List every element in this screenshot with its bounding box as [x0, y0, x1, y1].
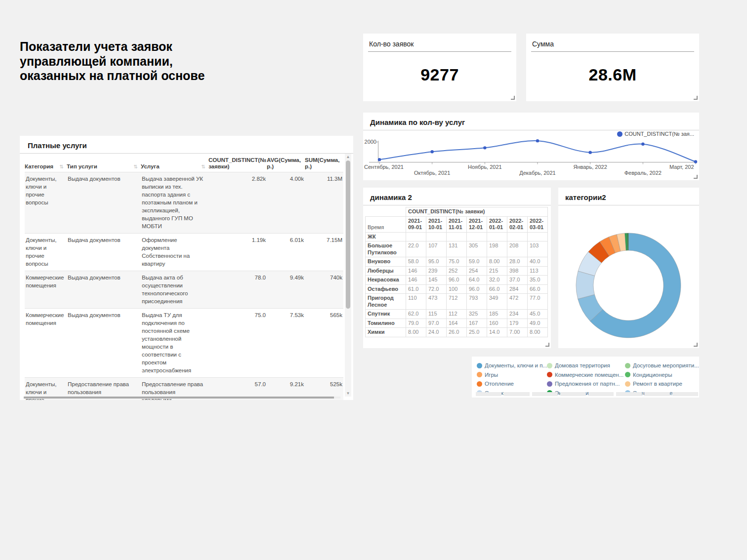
horizontal-scrollbar[interactable] [24, 397, 340, 399]
scrollbar-thumb[interactable] [24, 397, 334, 399]
pivot-cell: 179 [507, 319, 528, 328]
pivot-cell: 305 [467, 241, 487, 257]
pivot-cell: 398 [507, 266, 528, 276]
pivot-row-label: Пригород Лесное [366, 294, 406, 310]
pivot-cell: 712 [447, 294, 467, 310]
resize-handle-icon[interactable] [694, 96, 698, 100]
legend-item-label: Документы, ключи и п... [485, 362, 547, 368]
column-header-1[interactable]: Категория⇅ [25, 163, 67, 172]
category-legend: Документы, ключи и п...ИгрыОтоплениеСант… [472, 357, 699, 398]
pivot-cell: 45.0 [528, 310, 548, 319]
data-point[interactable] [641, 143, 644, 146]
data-point[interactable] [483, 146, 486, 149]
legend-item[interactable]: Коммерческие помещен... [547, 370, 625, 380]
data-point[interactable] [378, 158, 381, 161]
resize-handle-icon[interactable] [694, 175, 698, 179]
kpi-card-requests: Кол-во заявок 9277 [363, 34, 516, 101]
legend-item[interactable]: Документы, ключи и п... [477, 361, 547, 370]
legend-item[interactable]: Досуговые мероприяти... [625, 361, 699, 370]
sort-icon[interactable]: ⇅ [202, 163, 206, 170]
data-point[interactable] [694, 160, 697, 163]
x-axis-label: Ноябрь, 2021 [468, 164, 502, 170]
column-header-3[interactable]: Услуга⇅ [141, 163, 208, 172]
legend-item[interactable]: Предложения от партн... [547, 379, 625, 389]
x-axis-label: Январь, 2022 [574, 164, 607, 170]
data-point[interactable] [536, 139, 539, 142]
pivot-corner-cell [366, 207, 406, 217]
services-table-header: Категория⇅Тип услуги⇅Услуга⇅COUNT_DISTIN… [25, 154, 343, 172]
dashboard-title: Показатели учета заявок управляющей комп… [20, 40, 227, 83]
column-header-label: Тип услуги [67, 163, 97, 169]
legend-scroll-block [560, 392, 586, 396]
legend-item[interactable]: Ремонт в квартире [625, 379, 699, 389]
pivot-time-label: Время [366, 216, 406, 232]
scroll-down-icon[interactable]: ▼ [345, 390, 351, 397]
pivot-cell [528, 232, 548, 241]
legend-scroll-block [504, 392, 530, 396]
column-header-5[interactable]: AVG(Сумма, р.) [267, 157, 305, 172]
pivot-cell: 37.0 [507, 276, 528, 285]
resize-handle-icon[interactable] [694, 343, 698, 347]
legend-item-label: Предложения от партн... [555, 381, 620, 387]
pivot-row-label: Внуково [366, 257, 406, 267]
legend-item-label: Отопление [485, 381, 514, 387]
services-table-panel: Платные услуги Категория⇅Тип услуги⇅Услу… [20, 136, 353, 400]
pivot-cell [487, 232, 507, 241]
pivot-cell: 7.00 [507, 328, 528, 337]
services-table-body: Документы, ключи и прочие вопросыВыдача … [25, 172, 343, 400]
table-cell: 75.0 [208, 309, 267, 377]
legend-item-label: Досуговые мероприяти... [633, 362, 699, 368]
pivot-table: COUNT_DISTINCT(№ заявки)Время2021-09-012… [365, 207, 548, 337]
vertical-scrollbar[interactable]: ▲ ▼ [345, 154, 351, 397]
legend-dot-icon [477, 363, 482, 368]
pivot-cell: 61.0 [406, 284, 426, 294]
pivot-cell: 22.0 [406, 241, 426, 257]
legend-item[interactable]: Домовая территория [547, 361, 625, 370]
pivot-cell: 79.0 [406, 319, 426, 328]
x-axis-label: Март, 202 [669, 164, 694, 170]
table-row: Коммерческие помещенияВыдача документовВ… [25, 308, 343, 377]
legend-dot-icon [547, 363, 552, 368]
pivot-cell: 95.0 [426, 257, 447, 267]
divider [531, 51, 694, 52]
pivot-cell: 96.0 [447, 276, 467, 285]
legend-item[interactable]: Игры [477, 370, 547, 380]
table-cell: 9.49k [267, 271, 305, 308]
legend-item-label: Кондиционеры [633, 372, 672, 378]
scroll-up-icon[interactable]: ▲ [345, 154, 351, 160]
legend-item[interactable]: Отопление [477, 379, 547, 389]
pivot-column-header: 2022-02-01 [507, 216, 528, 232]
donut-slice[interactable] [576, 271, 595, 299]
pivot-cell: 472 [507, 294, 528, 310]
pivot-row: Остафьево61.072.010096.066.028466.0 [366, 284, 548, 294]
table-cell: Документы, ключи и прочие вопросы [25, 234, 67, 271]
resize-handle-icon[interactable] [511, 96, 515, 100]
donut-chart-panel: категории2 [558, 188, 699, 348]
column-header-2[interactable]: Тип услуги⇅ [67, 163, 141, 172]
table-cell: Документы, ключи и прочие вопросы [25, 172, 67, 233]
pivot-cell: 72.0 [426, 284, 447, 294]
sort-icon[interactable]: ⇅ [134, 163, 138, 170]
pivot-column-header: 2021-11-01 [447, 216, 467, 232]
column-header-4[interactable]: COUNT_DISTINCT(№ заявки) [208, 157, 267, 172]
pivot-row: Большое Путилково22.0107131305198208103 [366, 241, 548, 257]
kpi-value: 28.6M [526, 65, 699, 84]
pivot-column-header: 2022-03-01 [528, 216, 548, 232]
pivot-cell: 215 [487, 266, 507, 276]
column-header-6[interactable]: SUM(Сумма, р.) [305, 157, 343, 172]
legend-item[interactable]: Кондиционеры [625, 370, 699, 380]
legend-scroll-block [532, 392, 558, 396]
divider [368, 51, 511, 52]
legend-scroll-block [476, 392, 501, 396]
pivot-cell: 8.00 [406, 328, 426, 337]
data-point[interactable] [588, 151, 591, 154]
kpi-value: 9277 [363, 65, 516, 84]
data-point[interactable] [430, 150, 433, 153]
pivot-row: Люберцы146239252254215398113 [366, 266, 548, 276]
legend-dot-icon [625, 381, 630, 387]
sort-icon[interactable]: ⇅ [60, 163, 64, 170]
y-tick-label: 2000 [365, 139, 376, 145]
pivot-title: динамика 2 [363, 188, 551, 205]
resize-handle-icon[interactable] [545, 343, 549, 347]
scrollbar-thumb[interactable] [346, 160, 350, 309]
